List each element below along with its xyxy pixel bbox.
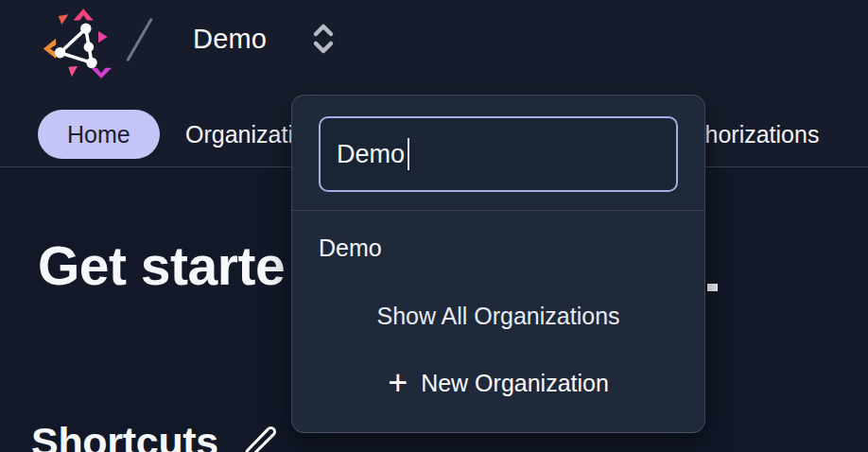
logo-arrow-top — [74, 9, 94, 20]
logo-arrow-right — [98, 31, 108, 43]
tab-home-label: Home — [67, 121, 130, 148]
text-caret — [408, 138, 409, 170]
app-screen: Demo Home Organizations Authorizations G… — [0, 0, 868, 452]
logo-arrow-left — [43, 39, 56, 59]
show-all-organizations-button[interactable]: Show All Organizations — [292, 302, 704, 330]
logo-arrow-bottom — [68, 66, 78, 77]
org-list-item-demo[interactable]: Demo — [319, 234, 382, 262]
plus-icon: + — [388, 367, 408, 399]
app-logo-icon[interactable] — [36, 3, 119, 86]
heading-clipped-fragment — [707, 284, 718, 291]
org-switcher-label: Demo — [193, 24, 267, 55]
dropdown-divider — [292, 210, 704, 211]
shortcuts-title: Shortcuts — [31, 419, 218, 452]
logo-arrow-bottom-right — [91, 68, 112, 78]
new-organization-label: New Organization — [421, 370, 609, 397]
org-search-value: Demo — [337, 140, 405, 169]
org-switcher[interactable]: Demo — [193, 23, 335, 55]
page-title: Get starte — [38, 235, 285, 297]
shortcuts-section: Shortcuts — [31, 419, 279, 452]
tab-home[interactable]: Home — [38, 110, 160, 159]
logo-arrow-upper-left — [59, 14, 69, 25]
org-search-input[interactable]: Demo — [319, 116, 678, 192]
chevron-up-down-icon — [312, 23, 335, 55]
breadcrumb-slash — [126, 18, 153, 62]
org-dropdown-panel: Demo Demo Show All Organizations + New O… — [291, 95, 705, 433]
edit-pencil-icon[interactable] — [241, 425, 279, 452]
new-organization-button[interactable]: + New Organization — [292, 367, 704, 399]
